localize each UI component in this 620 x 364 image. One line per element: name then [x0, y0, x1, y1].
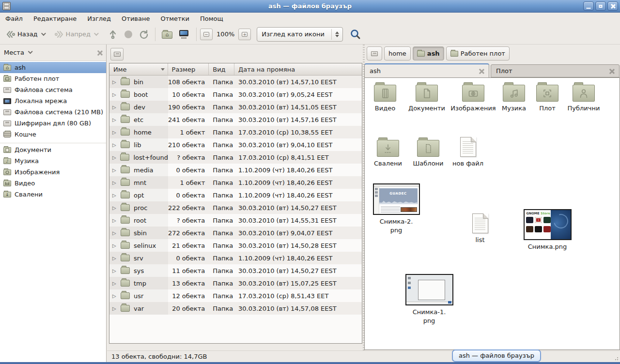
tree-row[interactable]: ▷ mnt 1 обект Папка 1.10.2009 (чт) 18,40…	[109, 176, 362, 189]
image-snimka[interactable]: GNOME Store Снимка.png	[521, 209, 574, 251]
sidebar-item[interactable]: Локална мрежа	[0, 95, 106, 106]
menu-item[interactable]: Файл	[1, 14, 27, 23]
tree-row[interactable]: ▷ sys 11 обекта Папка 30.03.2010 (вт) 14…	[109, 264, 362, 277]
expander-icon[interactable]: ▷	[112, 306, 117, 311]
sidebar-item[interactable]	[0, 140, 106, 144]
expander-icon[interactable]: ▷	[112, 256, 117, 261]
expander-icon[interactable]: ▷	[112, 117, 117, 122]
maximize-button[interactable]	[595, 1, 606, 11]
sidebar-title-dropdown[interactable]: Места	[4, 49, 97, 56]
tree-row[interactable]: ▷ selinux 21 обекта Папка 30.03.2010 (вт…	[109, 239, 362, 252]
menu-item[interactable]: Изглед	[83, 14, 115, 23]
folder-desktop[interactable]: Плот	[535, 85, 559, 113]
tree-row[interactable]: ▷ tmp 13 обекта Папка 30.03.2010 (вт) 15…	[109, 277, 362, 289]
sidebar-close-button[interactable]	[97, 50, 102, 55]
sidebar-item[interactable]: Изображения	[0, 167, 106, 178]
expander-icon[interactable]: ▷	[112, 205, 117, 211]
tree-row[interactable]: ▷ proc 222 обекта Папка 30.03.2010 (вт) …	[109, 201, 362, 214]
expander-icon[interactable]: ▷	[112, 281, 117, 286]
file-new[interactable]: нов файл	[452, 137, 484, 168]
sidebar-item[interactable]: ash	[0, 62, 106, 73]
folder-downloads[interactable]: Свалени	[373, 140, 403, 168]
back-dropdown-icon[interactable]	[41, 31, 46, 36]
zoom-out-button[interactable]: −	[200, 29, 213, 40]
computer-button[interactable]	[175, 27, 193, 42]
folder-videos[interactable]: Видео	[372, 85, 399, 113]
tab-plot[interactable]: Плот	[491, 64, 620, 77]
tree-row[interactable]: ▷ etc 241 обекта Папка 30.03.2010 (вт) 1…	[109, 113, 362, 126]
column-header-type[interactable]: Вид	[209, 63, 234, 75]
tree-row[interactable]: ▷ lib 210 обекта Папка 30.03.2010 (вт) 9…	[109, 138, 362, 151]
folder-templates[interactable]: Шаблони	[413, 140, 443, 168]
tree-row[interactable]: ▷ opt 0 обекта Папка 1.10.2009 (чт) 18,4…	[109, 189, 362, 201]
tab-close-icon[interactable]	[609, 69, 614, 74]
expander-icon[interactable]: ▷	[112, 92, 117, 97]
search-button[interactable]	[347, 27, 364, 42]
tree-row[interactable]: ▷ bin 108 обекта Папка 30.03.2010 (вт) 1…	[109, 76, 362, 88]
expander-icon[interactable]: ▷	[112, 230, 117, 236]
tree-row[interactable]: ▷ sbin 272 обекта Папка 30.03.2010 (вт) …	[109, 227, 362, 239]
breadcrumb-desktop-button[interactable]: Работен плот	[446, 46, 510, 61]
expander-icon[interactable]: ▷	[112, 180, 117, 185]
breadcrumb-root-button[interactable]	[367, 46, 382, 61]
sidebar-item[interactable]: Файлова система (210 MB)	[0, 106, 106, 118]
sidebar-item[interactable]: Кошче	[0, 129, 106, 140]
forward-button[interactable]: Напред	[51, 27, 100, 42]
tree-row[interactable]: ▷ lost+found ? обекта Папка 17.03.2010 (…	[109, 151, 362, 164]
tree-row[interactable]: ▷ dev 190 обекта Папка 30.03.2010 (вт) 1…	[109, 101, 362, 113]
expander-icon[interactable]: ▷	[112, 105, 117, 110]
home-button[interactable]: ⌂	[159, 27, 175, 42]
reload-button[interactable]	[136, 27, 152, 42]
tab-ash[interactable]: ash	[364, 63, 489, 77]
view-mode-select[interactable]: Изглед като икони	[257, 27, 343, 42]
tree-root-button[interactable]	[110, 48, 124, 61]
folder-documents[interactable]: Документи	[406, 85, 448, 113]
up-button[interactable]	[105, 27, 121, 42]
sidebar-item[interactable]: Шифриран дял (80 GB)	[0, 118, 106, 129]
tree-row[interactable]: ▷ boot 10 обекта Папка 30.03.2010 (вт) 9…	[109, 88, 362, 101]
sidebar-item[interactable]: Свалени	[0, 189, 106, 200]
sidebar-item[interactable]: Работен плот	[0, 73, 106, 84]
minimize-button[interactable]	[583, 1, 594, 11]
taskbar-window-button[interactable]: ash — файлов браузър	[452, 349, 541, 362]
menu-item[interactable]: Отиване	[117, 14, 154, 23]
column-header-date[interactable]: Дата на промяна	[234, 63, 362, 75]
expander-icon[interactable]: ▷	[112, 79, 117, 85]
zoom-in-button[interactable]: +	[238, 29, 251, 40]
sidebar-item[interactable]: Музика	[0, 155, 106, 167]
sidebar-item[interactable]: Файлова система	[0, 84, 106, 95]
back-button[interactable]: Назад	[3, 27, 47, 42]
expander-icon[interactable]: ▷	[112, 193, 117, 198]
expander-icon[interactable]: ▷	[112, 293, 117, 299]
expander-icon[interactable]: ▷	[112, 167, 117, 173]
column-header-name[interactable]: Име	[109, 63, 168, 75]
expander-icon[interactable]: ▷	[112, 218, 117, 223]
breadcrumb-ash-button[interactable]: ash	[413, 46, 444, 61]
sidebar-item[interactable]: Видео	[0, 178, 106, 189]
column-header-size[interactable]: Размер	[168, 63, 209, 75]
folder-music[interactable]: Музика	[499, 85, 528, 113]
expander-icon[interactable]: ▷	[112, 142, 117, 148]
folder-pictures[interactable]: Изображения	[454, 85, 493, 113]
stop-button[interactable]	[121, 27, 136, 42]
file-list[interactable]: list	[464, 213, 496, 244]
expander-icon[interactable]: ▷	[112, 243, 117, 248]
menu-item[interactable]: Помощ	[196, 14, 228, 23]
sidebar-item[interactable]: Документи	[0, 144, 106, 155]
image-snimka1[interactable]: Снимка-1.png	[403, 274, 456, 325]
menu-item[interactable]: Отметки	[156, 14, 193, 23]
menu-item[interactable]: Редактиране	[29, 14, 81, 23]
close-button[interactable]	[607, 1, 618, 11]
tab-close-icon[interactable]	[479, 69, 484, 74]
expander-icon[interactable]: ▷	[112, 268, 117, 273]
expander-icon[interactable]: ▷	[112, 130, 117, 135]
tree-row[interactable]: ▷ home 1 обект Папка 17.03.2010 (ср) 10,…	[109, 126, 362, 138]
image-snimka2[interactable]: GUADEC Снимка-2.png	[371, 183, 422, 234]
tree-row[interactable]: ▷ usr 12 обекта Папка 17.03.2010 (ср) 8,…	[109, 289, 362, 302]
folder-public[interactable]: Публични	[565, 85, 602, 113]
breadcrumb-home-button[interactable]: home	[384, 46, 411, 61]
tree-row[interactable]: ▷ var 20 обекта Папка 30.03.2010 (вт) 14…	[109, 302, 362, 315]
tree-row[interactable]: ▷ media 0 обекта Папка 1.10.2009 (чт) 18…	[109, 164, 362, 176]
expander-icon[interactable]: ▷	[112, 155, 117, 160]
tree-row[interactable]: ▷ root ? обекта Папка 30.03.2010 (вт) 14…	[109, 214, 362, 227]
